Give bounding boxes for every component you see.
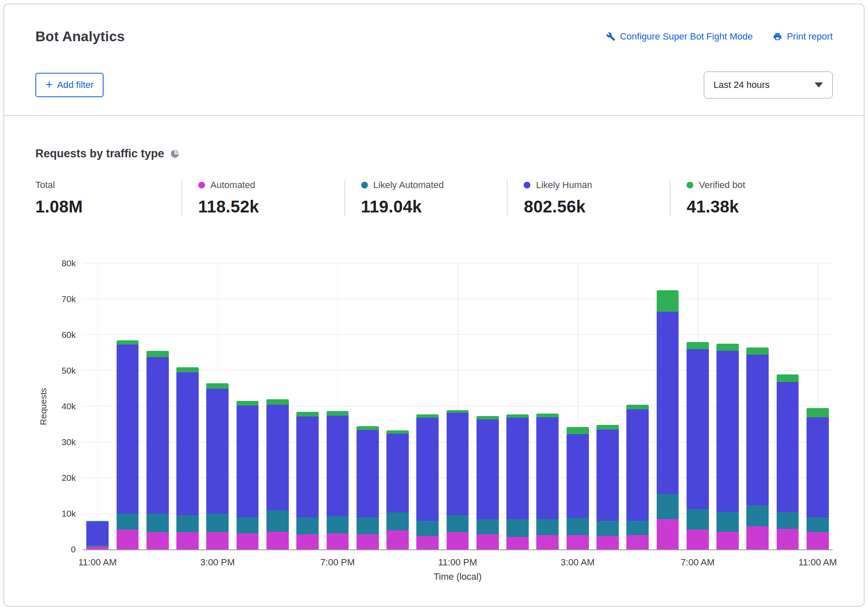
- segment-likely-automated: [506, 519, 529, 537]
- segment-likely-automated: [477, 519, 499, 535]
- segment-verified-bot: [176, 367, 199, 373]
- segment-likely-human: [237, 406, 259, 517]
- segment-likely-human: [146, 357, 169, 514]
- legend-dot-likely-automated: [361, 182, 368, 188]
- bar-slot: [263, 263, 293, 549]
- segment-automated: [146, 532, 169, 549]
- segment-likely-automated: [357, 517, 379, 534]
- segment-likely-automated: [807, 517, 829, 533]
- stat-likely-automated-value: 119.04k: [361, 197, 507, 216]
- legend-dot-likely-human: [524, 182, 530, 188]
- segment-likely-human: [357, 430, 379, 517]
- y-tick-label: 10k: [61, 509, 76, 519]
- segment-verified-bot: [777, 374, 799, 382]
- stacked-bar[interactable]: [237, 263, 259, 549]
- x-tick-label: 7:00 PM: [320, 557, 355, 568]
- stacked-bar[interactable]: [716, 263, 739, 549]
- stat-likely-automated: Likely Automated 119.04k: [344, 180, 507, 216]
- stat-automated: Automated 118.52k: [181, 180, 344, 216]
- stat-automated-label: Automated: [210, 180, 255, 191]
- stacked-bar[interactable]: [146, 263, 169, 549]
- bar-slot: [383, 263, 413, 549]
- stacked-bar[interactable]: [327, 263, 349, 549]
- stacked-bar[interactable]: [657, 263, 679, 549]
- segment-likely-automated: [416, 521, 439, 536]
- segment-verified-bot: [807, 408, 829, 417]
- y-tick-label: 50k: [61, 366, 76, 376]
- stacked-bar[interactable]: [567, 263, 589, 549]
- card-header: Bot Analytics Configure Super Bot Fight …: [4, 4, 864, 115]
- stacked-bar[interactable]: [596, 263, 619, 549]
- bar-slot: [683, 263, 713, 549]
- stacked-bar[interactable]: [626, 263, 649, 549]
- segment-automated: [477, 534, 499, 549]
- stacked-bar[interactable]: [447, 263, 469, 549]
- stacked-bar[interactable]: [506, 263, 529, 549]
- segment-likely-automated: [777, 512, 799, 529]
- stacked-bar[interactable]: [746, 263, 769, 549]
- segment-likely-human: [506, 418, 529, 519]
- stacked-bar[interactable]: [687, 263, 709, 549]
- stat-verified-bot-value: 41.38k: [687, 197, 833, 216]
- segment-likely-human: [447, 413, 469, 515]
- stacked-bar[interactable]: [176, 263, 199, 549]
- stacked-bar[interactable]: [206, 263, 229, 549]
- stacked-bar[interactable]: [416, 263, 439, 549]
- configure-super-bot-fight-mode-link[interactable]: Configure Super Bot Fight Mode: [606, 31, 753, 42]
- segment-likely-automated: [657, 494, 679, 519]
- segment-verified-bot: [447, 410, 469, 413]
- segment-likely-automated: [386, 512, 409, 530]
- segment-verified-bot: [626, 405, 649, 409]
- bar-slot: [83, 263, 112, 549]
- print-report-link[interactable]: Print report: [773, 31, 833, 42]
- segment-verified-bot: [687, 342, 709, 349]
- segment-likely-human: [386, 434, 409, 512]
- plus-icon: +: [45, 78, 53, 91]
- segment-likely-human: [536, 417, 559, 519]
- segment-verified-bot: [146, 351, 169, 357]
- stacked-bar[interactable]: [807, 263, 829, 549]
- segment-likely-human: [596, 430, 619, 521]
- stacked-bar[interactable]: [477, 263, 499, 549]
- segment-likely-automated: [626, 521, 649, 535]
- time-range-select[interactable]: Last 24 hours: [704, 72, 833, 98]
- header-links: Configure Super Bot Fight Mode Print rep…: [606, 31, 833, 42]
- stacked-bar[interactable]: [386, 263, 409, 549]
- segment-verified-bot: [237, 401, 259, 406]
- chevron-down-icon: [815, 82, 823, 88]
- printer-icon: [773, 32, 782, 41]
- bar-slot: [652, 263, 682, 549]
- stat-likely-human-value: 802.56k: [524, 197, 670, 216]
- stacked-bar[interactable]: [536, 263, 559, 549]
- stacked-bar[interactable]: [117, 263, 139, 549]
- x-axis-title: Time (local): [83, 571, 833, 582]
- segment-likely-automated: [716, 512, 739, 532]
- bar-slot: [202, 263, 232, 549]
- stat-verified-bot: Verified bot 41.38k: [670, 180, 833, 216]
- segment-automated: [296, 534, 319, 549]
- y-axis-ticks: 010k20k30k40k50k60k70k80k: [51, 263, 83, 549]
- segment-verified-bot: [206, 383, 229, 389]
- add-filter-button[interactable]: + Add filter: [35, 73, 104, 97]
- bar-slot: [772, 263, 802, 549]
- stacked-bar[interactable]: [777, 263, 799, 549]
- segment-automated: [386, 530, 409, 549]
- segment-automated: [626, 535, 649, 549]
- segment-verified-bot: [357, 426, 379, 430]
- x-axis-ticks: 11:00 AM3:00 PM7:00 PM11:00 PM3:00 AM7:0…: [83, 550, 833, 570]
- bar-slot: [322, 263, 352, 549]
- bar-slot: [593, 263, 623, 549]
- segment-automated: [506, 537, 529, 549]
- stacked-bar[interactable]: [296, 263, 319, 549]
- segment-verified-bot: [657, 290, 679, 312]
- stat-total: Total 1.08M: [35, 180, 181, 216]
- segment-automated: [357, 534, 379, 549]
- bar-slot: [743, 263, 772, 549]
- stacked-bar[interactable]: [266, 263, 289, 549]
- bars: [83, 263, 833, 549]
- segment-automated: [176, 532, 199, 549]
- segment-likely-automated: [536, 519, 559, 535]
- segment-automated: [237, 533, 259, 549]
- stacked-bar[interactable]: [86, 263, 109, 549]
- stacked-bar[interactable]: [357, 263, 379, 549]
